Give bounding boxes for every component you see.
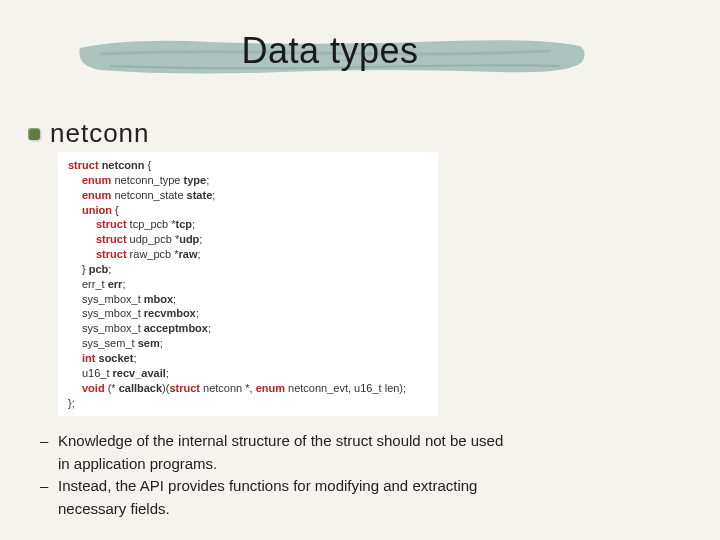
- raw-a: raw_pcb *: [127, 248, 179, 260]
- note-1b: in application programs.: [40, 453, 680, 476]
- recv-a: sys_mbox_t: [82, 307, 144, 319]
- kw-union: union: [82, 204, 112, 216]
- sem-a: sys_sem_t: [82, 337, 138, 349]
- semi12: ;: [133, 352, 136, 364]
- kw-struct3: struct: [96, 233, 127, 245]
- semi8: ;: [173, 293, 176, 305]
- err-a: err_t: [82, 278, 108, 290]
- udp-a: udp_pcb *: [127, 233, 180, 245]
- sock-b: socket: [99, 352, 134, 364]
- u16-a: u16_t: [82, 367, 113, 379]
- semi5: ;: [198, 248, 201, 260]
- note-1a: Knowledge of the internal structure of t…: [58, 430, 680, 453]
- union-brace: {: [112, 204, 119, 216]
- cb-d: netconn *,: [200, 382, 256, 394]
- kw-enum: enum: [82, 174, 111, 186]
- subtitle-text: netconn: [50, 118, 150, 149]
- cb-e: netconn_evt, u16_t len);: [285, 382, 406, 394]
- note-2b: necessary fields.: [40, 498, 680, 521]
- subtitle-row: netconn: [28, 118, 150, 149]
- cb-b: callback: [119, 382, 162, 394]
- note-2a: Instead, the API provides functions for …: [58, 475, 680, 498]
- accept-b: acceptmbox: [144, 322, 208, 334]
- semi: ;: [206, 174, 209, 186]
- header-brush: Data types: [70, 22, 590, 94]
- udp-b: udp: [179, 233, 199, 245]
- kw-enum3: enum: [256, 382, 285, 394]
- kw-struct4: struct: [96, 248, 127, 260]
- notes-block: – Knowledge of the internal structure of…: [40, 430, 680, 520]
- kw-struct2: struct: [96, 218, 127, 230]
- type-name-a: netconn_type: [111, 174, 183, 186]
- close-brace: };: [68, 397, 75, 409]
- bullet-icon: [28, 128, 40, 140]
- struct-name: netconn: [102, 159, 145, 171]
- semi7: ;: [122, 278, 125, 290]
- pcb-name: pcb: [89, 263, 109, 275]
- mbox-a: sys_mbox_t: [82, 293, 144, 305]
- semi4: ;: [199, 233, 202, 245]
- accept-a: sys_mbox_t: [82, 322, 144, 334]
- semi3: ;: [192, 218, 195, 230]
- u16-b: recv_avail: [113, 367, 166, 379]
- raw-b: raw: [179, 248, 198, 260]
- dash-icon: –: [40, 430, 58, 453]
- pcb-close: }: [82, 263, 89, 275]
- kw-int: int: [82, 352, 95, 364]
- semi10: ;: [208, 322, 211, 334]
- mbox-b: mbox: [144, 293, 173, 305]
- kw-struct5: struct: [169, 382, 200, 394]
- type-name-b: type: [184, 174, 207, 186]
- semi6: ;: [108, 263, 111, 275]
- semi2: ;: [212, 189, 215, 201]
- cb-a: (*: [105, 382, 119, 394]
- open-brace: {: [144, 159, 151, 171]
- code-block: struct netconn { enum netconn_type type;…: [58, 152, 438, 416]
- state-b: state: [187, 189, 213, 201]
- tcp-a: tcp_pcb *: [127, 218, 176, 230]
- semi13: ;: [166, 367, 169, 379]
- recv-b: recvmbox: [144, 307, 196, 319]
- tcp-b: tcp: [175, 218, 192, 230]
- semi9: ;: [196, 307, 199, 319]
- page-title: Data types: [70, 30, 590, 72]
- kw-struct: struct: [68, 159, 99, 171]
- sem-b: sem: [138, 337, 160, 349]
- state-a: netconn_state: [111, 189, 186, 201]
- kw-void: void: [82, 382, 105, 394]
- kw-enum2: enum: [82, 189, 111, 201]
- err-b: err: [108, 278, 123, 290]
- semi11: ;: [160, 337, 163, 349]
- dash-icon-2: –: [40, 475, 58, 498]
